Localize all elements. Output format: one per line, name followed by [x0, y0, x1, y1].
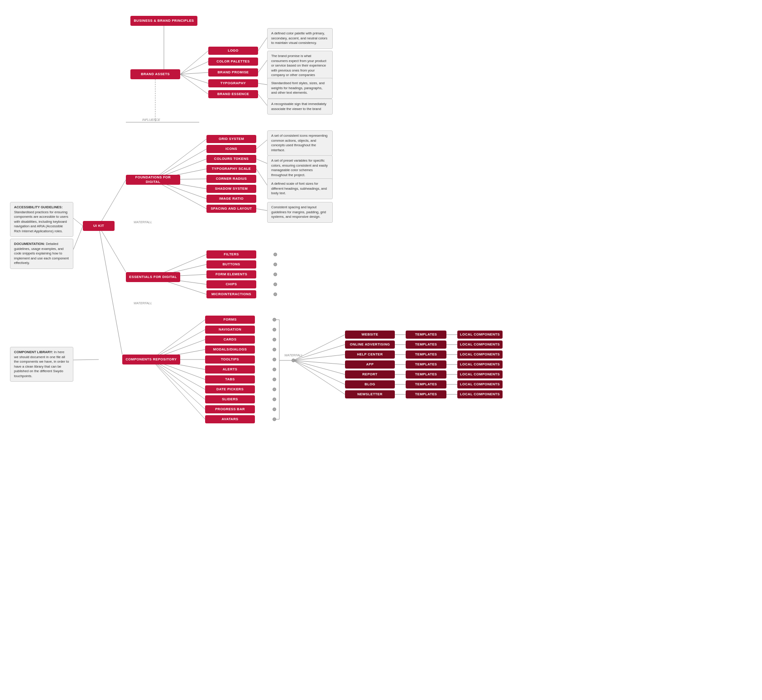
spacing-layout-node: SPACING AND LAYOUT	[206, 205, 256, 213]
typography-info: Standardised font styles, sizes, and wei…	[267, 78, 333, 99]
svg-line-75	[293, 360, 345, 394]
svg-line-50	[151, 360, 205, 399]
cards-node: CARDS	[205, 336, 255, 344]
website-node: WEBSITE	[345, 331, 395, 339]
color-palette-info: A defined color palette with primary, se…	[267, 28, 333, 49]
svg-point-37	[274, 253, 277, 256]
svg-point-60	[273, 388, 276, 391]
svg-line-1	[180, 51, 208, 74]
alerts-node: ALERTS	[205, 365, 255, 374]
business-brand-node: BUSINESS & BRAND PRINCIPLES	[130, 16, 197, 26]
logo-node: LOGO	[208, 47, 258, 55]
newsletter-node: NEWSLETTER	[345, 390, 395, 398]
local-newsletter-node: LOCAL COMPONENTS	[457, 390, 503, 398]
shadow-system-node: SHADOW SYSTEM	[206, 185, 256, 193]
documentation-info: DOCUMENTATION: Detailed guidelines, usag…	[10, 239, 73, 269]
svg-line-15	[99, 226, 122, 355]
svg-line-24	[256, 140, 267, 149]
svg-line-90	[73, 218, 83, 226]
color-palettes-node: COLOR PALETTES	[208, 58, 258, 66]
svg-line-13	[99, 180, 126, 226]
svg-line-73	[293, 360, 345, 374]
local-help-node: LOCAL COMPONENTS	[457, 350, 503, 359]
svg-line-52	[151, 360, 205, 419]
filters-node: FILTERS	[206, 250, 256, 259]
svg-line-69	[293, 335, 345, 360]
canvas: INFLUENCE	[0, 0, 762, 700]
form-elements-node: FORM ELEMENTS	[206, 270, 256, 278]
foundations-node: FOUNDATIONS FOR DIGITAL	[126, 175, 180, 185]
components-repo-node: COMPONENTS REPOSITORY	[122, 355, 180, 364]
connector-lines: INFLUENCE	[0, 0, 762, 700]
online-advertising-node: ONLINE ADVERTISING	[345, 340, 395, 349]
modals-dialogs-node: MODALS/DIALOGS	[205, 345, 255, 354]
svg-line-9	[258, 94, 267, 105]
svg-point-40	[274, 283, 277, 286]
svg-point-62	[273, 408, 276, 411]
svg-point-59	[273, 378, 276, 381]
brand-promise-node: BRAND PROMISE	[208, 68, 258, 77]
tabs-node: TABS	[205, 375, 255, 384]
svg-text:WATERFALL: WATERFALL	[284, 354, 303, 357]
templates-blog-node: TEMPLATES	[406, 380, 446, 388]
local-website-node: LOCAL COMPONENTS	[457, 331, 503, 339]
svg-line-91	[73, 226, 83, 249]
templates-online-node: TEMPLATES	[406, 340, 446, 349]
grid-system-node: GRID SYSTEM	[206, 135, 256, 143]
help-center-node: HELP CENTER	[345, 350, 395, 359]
svg-line-74	[293, 360, 345, 384]
svg-point-53	[273, 318, 276, 321]
templates-help-node: TEMPLATES	[406, 350, 446, 359]
svg-line-7	[258, 60, 267, 72]
chips-node: CHIPS	[206, 280, 256, 288]
svg-point-38	[274, 263, 277, 266]
icons-node: ICONS	[206, 145, 256, 153]
svg-line-92	[73, 360, 99, 360]
svg-point-68	[292, 359, 295, 362]
typography-node: TYPOGRAPHY	[208, 79, 258, 87]
local-online-node: LOCAL COMPONENTS	[457, 340, 503, 349]
svg-text:WATERFALL: WATERFALL	[134, 302, 152, 305]
svg-line-25	[256, 159, 267, 163]
svg-line-27	[256, 209, 267, 211]
svg-line-8	[258, 83, 267, 85]
brand-essence-info: A recognisable sign that immediately ass…	[267, 99, 333, 115]
svg-point-41	[274, 293, 277, 296]
templates-website-node: TEMPLATES	[406, 331, 446, 339]
svg-line-6	[258, 38, 267, 51]
svg-line-70	[293, 345, 345, 360]
essentials-node: ESSENTIALS FOR DIGITAL	[126, 272, 180, 282]
svg-point-55	[273, 338, 276, 341]
svg-point-57	[273, 358, 276, 361]
svg-line-42	[151, 320, 205, 360]
typography-scale-node: TYPOGRAPHY SCALE	[206, 165, 256, 173]
tooltips-node: TOOLTIPS	[205, 355, 255, 364]
templates-app-node: TEMPLATES	[406, 360, 446, 369]
buttons-node: BUTTONS	[206, 260, 256, 268]
component-library-info: COMPONENT LIBRARY: In here we should doc…	[10, 347, 73, 382]
blog-node: BLOG	[345, 380, 395, 388]
svg-line-72	[293, 360, 345, 364]
progress-bar-node: PROGRESS BAR	[205, 405, 255, 413]
forms-node: FORMS	[205, 316, 255, 324]
typography-scale-info: A defined scale of font sizes for differ…	[267, 178, 333, 199]
svg-point-58	[273, 368, 276, 371]
svg-line-16	[153, 139, 206, 180]
svg-line-71	[293, 355, 345, 360]
templates-report-node: TEMPLATES	[406, 370, 446, 379]
brand-assets-node: BRAND ASSETS	[130, 69, 180, 79]
local-report-node: LOCAL COMPONENTS	[457, 370, 503, 379]
svg-point-61	[273, 398, 276, 401]
svg-text:INFLUENCE: INFLUENCE	[142, 118, 160, 121]
ui-kit-node: UI KIT	[83, 221, 115, 231]
icons-info: A set of consistent icons representing c…	[267, 130, 333, 156]
navigation-node: NAVIGATION	[205, 326, 255, 334]
svg-line-4	[180, 74, 208, 83]
microinteractions-node: MICROINTERACTIONS	[206, 290, 256, 298]
svg-line-51	[151, 360, 205, 409]
svg-line-14	[99, 226, 126, 272]
accessibility-info: ACCESSIBILITY GUIDELINES: Standardised p…	[10, 202, 73, 237]
app-node: APP	[345, 360, 395, 369]
colours-tokens-node: COLOURS TOKENS	[206, 155, 256, 163]
svg-line-26	[256, 169, 267, 185]
